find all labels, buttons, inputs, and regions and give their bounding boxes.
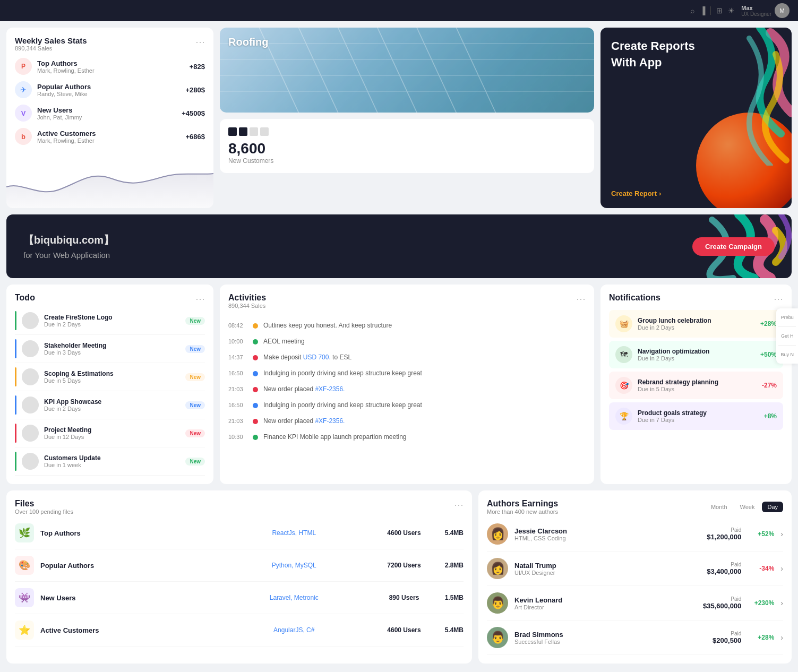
top-navigation: ⌕ ▐ ⊞ ☀ Max UX Designer M bbox=[0, 0, 798, 21]
order-link-1[interactable]: #XF-2356. bbox=[315, 385, 345, 393]
create-reports-card: Create ReportsWith App Create Report › bbox=[600, 28, 792, 208]
side-panel-buyn[interactable]: Buy N bbox=[778, 350, 796, 359]
activity-item-5: 21:03 New order placed #XF-2356. bbox=[228, 381, 586, 397]
icon-square-light2 bbox=[260, 127, 269, 136]
file-row-3: 👾 New Users Laravel, Metronic 890 Users … bbox=[15, 582, 464, 614]
earnings-title: Authors Earnings bbox=[487, 499, 558, 509]
activity-dot-3 bbox=[253, 355, 258, 360]
earnings-subtitle: More than 400 new authors bbox=[487, 509, 558, 515]
todo-title: Todo bbox=[15, 293, 35, 303]
active-customers-icon: b bbox=[15, 128, 32, 145]
author-change-3: +230% bbox=[748, 599, 774, 607]
author-avatar-3: 👨 bbox=[487, 592, 508, 614]
user-name: Max bbox=[741, 5, 771, 11]
notif-value-2: +50% bbox=[760, 351, 777, 358]
todo-item-1: Create FireStone Logo Due in 2 Days New bbox=[15, 307, 205, 335]
brightness-icon[interactable]: ☀ bbox=[728, 6, 735, 15]
files-title: Files bbox=[15, 499, 73, 509]
todo-menu[interactable]: ⋯ bbox=[195, 293, 205, 305]
bar-chart-icon[interactable]: ▐ bbox=[700, 6, 705, 15]
author-arrow-2[interactable]: › bbox=[780, 564, 783, 573]
icon-square-dark bbox=[228, 127, 237, 136]
file-icon-2: 🎨 bbox=[15, 556, 34, 575]
new-users-sub: John, Pat, Jimmy bbox=[37, 114, 176, 120]
todo-info-2: Stakeholder Meeting Due in 3 Days bbox=[44, 342, 180, 356]
tab-month[interactable]: Month bbox=[706, 502, 733, 512]
new-customers-label: New Customers bbox=[228, 157, 586, 165]
notif-icon-1: 🧺 bbox=[615, 315, 632, 332]
amount-link[interactable]: USD 700. bbox=[303, 354, 331, 361]
notif-icon-2: 🗺 bbox=[615, 346, 632, 363]
new-users-value: +4500$ bbox=[182, 109, 205, 117]
top-authors-name: Top Authors bbox=[37, 59, 184, 67]
top-authors-sub: Mark, Rowling, Esther bbox=[37, 67, 184, 74]
activity-item-3: 14:37 Make deposit USD 700. to ESL bbox=[228, 349, 586, 365]
todo-bar-4 bbox=[15, 395, 16, 415]
row-3: Todo ⋯ Create FireStone Logo Due in 2 Da… bbox=[6, 285, 792, 484]
todo-badge-4: New bbox=[185, 401, 205, 409]
activity-dot-6 bbox=[253, 403, 258, 408]
activities-subtitle: 890,344 Sales bbox=[228, 303, 266, 309]
side-panel-prebu[interactable]: Prebu bbox=[778, 313, 796, 322]
author-arrow-3[interactable]: › bbox=[780, 599, 783, 607]
weekly-sales-menu[interactable]: ⋯ bbox=[195, 36, 205, 48]
notif-item-2: 🗺 Navigation optimization Due in 2 Days … bbox=[609, 341, 783, 368]
todo-bar-3 bbox=[15, 367, 16, 386]
roofing-card: Roofing bbox=[220, 28, 594, 113]
activities-title: Activities bbox=[228, 293, 266, 303]
author-avatar-2: 👩 bbox=[487, 558, 508, 579]
order-link-2[interactable]: #XF-2356. bbox=[315, 417, 345, 425]
popular-authors-value: +280$ bbox=[185, 86, 205, 94]
campaign-text: 【biqubiqu.com】 for Your Web Application bbox=[23, 233, 114, 260]
stat-item-active-customers: b Active Customers Mark, Rowling, Esther… bbox=[15, 128, 205, 145]
roofing-title: Roofing bbox=[228, 36, 586, 48]
todo-avatar-6 bbox=[22, 453, 39, 470]
tab-day[interactable]: Day bbox=[762, 502, 783, 512]
notif-value-4: +8% bbox=[764, 412, 777, 420]
top-authors-icon: P bbox=[15, 58, 32, 75]
stat-item-top-authors: P Top Authors Mark, Rowling, Esther +82$ bbox=[15, 58, 205, 75]
main-content: Weekly Sales Stats 890,344 Sales ⋯ P Top… bbox=[0, 21, 798, 670]
todo-item-5: Project Meeting Due in 12 Days New bbox=[15, 419, 205, 447]
row-1: Weekly Sales Stats 890,344 Sales ⋯ P Top… bbox=[6, 28, 792, 208]
middle-column: Roofing 8,600 New Customers bbox=[220, 28, 594, 208]
side-panel-geth[interactable]: Get H bbox=[778, 331, 796, 341]
todo-avatar-3 bbox=[22, 368, 39, 385]
authors-earnings-card: Authors Earnings More than 400 new autho… bbox=[478, 490, 792, 664]
stat-item-new-users: V New Users John, Pat, Jimmy +4500$ bbox=[15, 105, 205, 122]
activities-menu[interactable]: ⋯ bbox=[576, 293, 586, 305]
files-menu[interactable]: ⋯ bbox=[454, 499, 464, 511]
file-icon-4: ⭐ bbox=[15, 621, 34, 640]
notifications-menu[interactable]: ⋯ bbox=[774, 293, 783, 305]
weekly-sales-header: Weekly Sales Stats 890,344 Sales ⋯ bbox=[15, 36, 205, 51]
author-arrow-1[interactable]: › bbox=[780, 530, 783, 538]
notifications-card: Notifications ⋯ 🧺 Group lunch celebratio… bbox=[600, 285, 792, 484]
side-panel: Prebu Get H Buy N bbox=[776, 308, 798, 364]
todo-avatar-2 bbox=[22, 340, 39, 357]
create-campaign-button[interactable]: Create Campaign bbox=[692, 237, 775, 256]
tab-week[interactable]: Week bbox=[735, 502, 760, 512]
file-icon-3: 👾 bbox=[15, 588, 34, 607]
avatar[interactable]: M bbox=[775, 3, 790, 18]
grid-icon[interactable]: ⊞ bbox=[716, 6, 723, 15]
new-users-icon: V bbox=[15, 105, 32, 122]
create-report-link[interactable]: Create Report › bbox=[611, 189, 781, 197]
notif-item-3: 🎯 Rebrand strategy planning Due in 5 Day… bbox=[609, 372, 783, 399]
todo-badge-6: New bbox=[185, 458, 205, 466]
author-avatar-4: 👨 bbox=[487, 627, 508, 648]
active-customers-sub: Mark, Rowling, Esther bbox=[37, 137, 180, 144]
search-icon[interactable]: ⌕ bbox=[690, 6, 694, 15]
todo-avatar-4 bbox=[22, 397, 39, 413]
author-arrow-4[interactable]: › bbox=[780, 633, 783, 642]
popular-authors-icon: ✈ bbox=[15, 81, 32, 98]
file-icon-1: 🌿 bbox=[15, 523, 34, 542]
author-row-4: 👨 Brad Simmons Successful Fellas Paid $2… bbox=[487, 621, 783, 655]
active-customers-name: Active Customers bbox=[37, 130, 180, 137]
todo-item-2: Stakeholder Meeting Due in 3 Days New bbox=[15, 335, 205, 363]
activity-dot-2 bbox=[253, 339, 258, 344]
todo-card: Todo ⋯ Create FireStone Logo Due in 2 Da… bbox=[6, 285, 213, 484]
popular-authors-sub: Randy, Steve, Mike bbox=[37, 91, 180, 97]
todo-avatar-5 bbox=[22, 425, 39, 442]
notif-item-1: 🧺 Group lunch celebration Due in 2 Days … bbox=[609, 310, 783, 338]
activity-dot-7 bbox=[253, 419, 258, 424]
